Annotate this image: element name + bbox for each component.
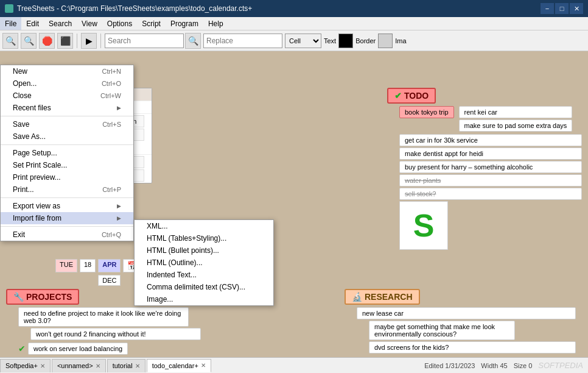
research-icon: 🔬 <box>352 292 362 302</box>
import-csv[interactable]: Comma delimited text (CSV)... <box>135 281 273 293</box>
water-plants-item: water plants <box>399 174 582 187</box>
menu-sep-3 <box>1 197 133 198</box>
tab-tutorial-close[interactable]: ✕ <box>135 363 140 369</box>
import-indented[interactable]: Indented Text... <box>135 269 273 281</box>
book-tokyo-item: book tokyo trip <box>399 106 454 118</box>
tab-unnamed-close[interactable]: ✕ <box>96 363 100 369</box>
app-icon <box>5 4 13 13</box>
tab-unnamed[interactable]: <unnamed> ✕ <box>52 359 106 372</box>
import-image[interactable]: Image... <box>135 293 273 305</box>
status-right: Edited 1/31/2023 Width 45 Size 0 SOFTPED… <box>424 361 588 370</box>
menu-print-scale[interactable]: Set Print Scale... <box>1 159 133 171</box>
replace-box <box>203 34 282 48</box>
image-label: Ima <box>395 37 406 44</box>
border-color-box[interactable] <box>378 34 393 48</box>
menu-export[interactable]: Export view as <box>1 200 133 212</box>
todo-check-icon: ✔ <box>394 91 402 101</box>
todo-header: ✔ TODO <box>387 88 436 104</box>
menu-edit[interactable]: Edit <box>21 17 44 30</box>
research-subs: maybe get something that make me look en… <box>369 321 576 353</box>
menu-file[interactable]: File <box>0 17 21 30</box>
menu-program[interactable]: Program <box>166 17 203 30</box>
tab-tutorial[interactable]: tutorial ✕ <box>107 359 145 372</box>
menu-sep-4 <box>1 226 133 227</box>
projects-item2: won't get round 2 financing without it! <box>30 328 201 340</box>
menu-save-as[interactable]: Save As... <box>1 130 133 143</box>
search-input[interactable] <box>105 34 184 48</box>
projects-wrench-icon: 🔧 <box>13 292 24 302</box>
menu-options[interactable]: Options <box>102 17 137 30</box>
cell-select[interactable]: Cell <box>285 34 321 48</box>
menu-help[interactable]: Help <box>203 17 228 30</box>
menu-script[interactable]: Script <box>137 17 166 30</box>
toolbar: 🔍 🔍 🛑 ⬛ ▶ 🔍 Cell Text Border Ima <box>0 30 588 51</box>
cal-row2: TUE 18 DEC <box>55 274 142 286</box>
todo-items: book tokyo trip rent kei car make sure t… <box>399 106 582 250</box>
menu-view[interactable]: View <box>77 17 102 30</box>
rent-kei-item: rent kei car <box>459 106 573 118</box>
menubar: File Edit Search View Options Script Pro… <box>0 17 588 30</box>
maximize-button[interactable]: □ <box>555 3 569 14</box>
menu-new[interactable]: NewCtrl+N <box>1 65 133 77</box>
titlebar-buttons: − □ ✕ <box>541 3 583 14</box>
projects-items: need to define project to make it look l… <box>18 307 262 356</box>
toolbar-btn-3[interactable]: 🛑 <box>39 33 55 49</box>
titlebar: TreeSheets - C:\Program Files\TreeSheets… <box>0 0 588 17</box>
minimize-button[interactable]: − <box>541 3 554 14</box>
todo-header-row: ✔ TODO <box>387 88 582 104</box>
cal-tue: TUE <box>55 259 77 272</box>
projects-item3: work on server load balancing <box>28 343 128 355</box>
research-header-row: 🔬 RESEARCH <box>345 289 576 305</box>
search-button[interactable]: 🔍 <box>185 33 201 49</box>
tab-todo-close[interactable]: ✕ <box>201 362 206 369</box>
pad-days-item: make sure to pad some extra days <box>459 119 573 132</box>
menu-save[interactable]: SaveCtrl+S <box>1 118 133 130</box>
file-menu-dropdown: NewCtrl+N Open...Ctrl+O CloseCtrl+W Rece… <box>0 65 134 241</box>
sell-stock-item: sell stock? <box>399 188 582 200</box>
text-color-box[interactable] <box>338 34 353 48</box>
menu-print-preview[interactable]: Print preview... <box>1 171 133 183</box>
tab-todo-label: todo_calendar+ <box>152 362 198 369</box>
menu-sep-2 <box>1 144 133 145</box>
statusbar: Softpedia+ ✕ <unnamed> ✕ tutorial ✕ todo… <box>0 357 588 373</box>
menu-exit[interactable]: ExitCtrl+Q <box>1 229 133 241</box>
toolbar-btn-1[interactable]: 🔍 <box>2 33 18 49</box>
close-button[interactable]: ✕ <box>570 3 583 14</box>
dentist-item: make dentist appt for heidi <box>399 147 582 160</box>
menu-sep-1 <box>1 116 133 116</box>
toolbar-play-btn[interactable]: ▶ <box>81 33 97 49</box>
toolbar-sep-1 <box>77 34 77 48</box>
menu-import[interactable]: Import file from <box>1 212 133 224</box>
tab-softpedia-label: Softpedia+ <box>5 362 38 369</box>
import-html-outline[interactable]: HTML (Outline)... <box>135 257 273 269</box>
projects-header: 🔧 PROJECTS <box>6 289 79 305</box>
menu-page-setup[interactable]: Page Setup... <box>1 147 133 159</box>
titlebar-left: TreeSheets - C:\Program Files\TreeSheets… <box>5 4 252 13</box>
tab-softpedia[interactable]: Softpedia+ ✕ <box>0 359 51 372</box>
projects-item3-row: ✔ work on server load balancing <box>18 341 262 356</box>
cal-num: 18 <box>80 259 96 272</box>
research-section: 🔬 RESEARCH new lease car maybe get somet… <box>345 289 576 355</box>
menu-search[interactable]: Search <box>44 17 77 30</box>
research-item3: dvd screens for the kids? <box>369 341 576 353</box>
car-service-item: get car in for 30k service <box>399 134 582 146</box>
menu-print[interactable]: Print...Ctrl+P <box>1 183 133 196</box>
border-label: Border <box>355 37 376 44</box>
tab-todo-calendar[interactable]: todo_calendar+ ✕ <box>147 359 211 372</box>
menu-recent-files[interactable]: Recent files <box>1 102 133 114</box>
cal-row: TUE 18 APR 📅 <box>55 258 142 273</box>
research-item2: maybe get something that make me look en… <box>369 321 515 340</box>
projects-check-icon: ✔ <box>18 344 26 353</box>
import-xml[interactable]: XML... <box>135 220 273 232</box>
menu-open[interactable]: Open...Ctrl+O <box>1 77 133 90</box>
import-html-bullets[interactable]: HTML (Bullet points)... <box>135 244 273 257</box>
import-html-tables[interactable]: HTML (Tables+Styling)... <box>135 232 273 244</box>
toolbar-btn-4[interactable]: ⬛ <box>57 33 73 49</box>
toolbar-btn-2[interactable]: 🔍 <box>21 33 37 49</box>
menu-close[interactable]: CloseCtrl+W <box>1 90 133 102</box>
replace-input[interactable] <box>203 34 282 48</box>
research-header: 🔬 RESEARCH <box>345 289 420 305</box>
calendar-cells: TUE 18 APR 📅 TUE 18 DEC <box>55 258 142 286</box>
todo-section: ✔ TODO book tokyo trip rent kei car make… <box>387 88 582 250</box>
tab-softpedia-close[interactable]: ✕ <box>40 363 45 369</box>
